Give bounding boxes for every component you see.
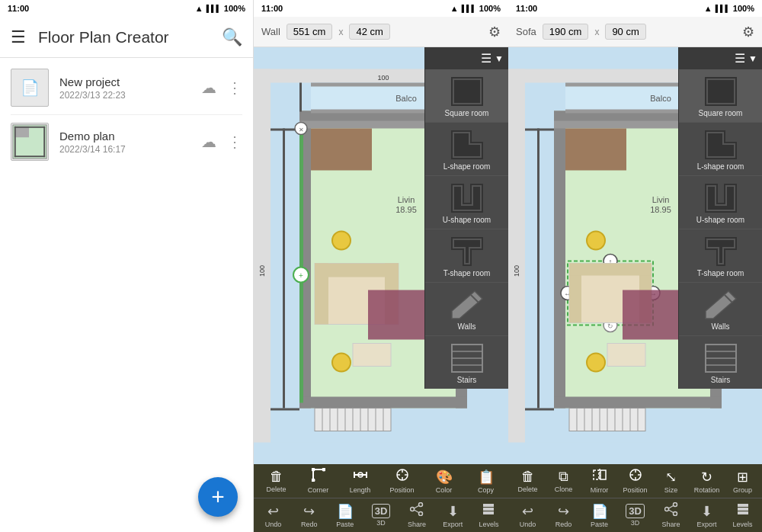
right-shape-walls[interactable]: Walls — [679, 283, 762, 336]
right-shape-square[interactable]: Square room — [679, 69, 762, 123]
right-btn-export[interactable]: ⬇ Export — [694, 503, 720, 528]
mid-toolbar-row1: 🗑 Delete Corner Length — [254, 464, 508, 498]
shape-walls[interactable]: Walls — [425, 283, 508, 336]
right-btn-size[interactable]: ⤡ Size — [658, 469, 684, 494]
shape-stairs-label: Stairs — [457, 376, 477, 384]
right-btn-3d[interactable]: 3D 3D — [623, 504, 648, 527]
svg-point-69 — [411, 508, 415, 511]
right-btn-share[interactable]: Share — [658, 502, 684, 528]
mid-btn-color[interactable]: 🎨 Color — [430, 469, 459, 494]
fab-icon: + — [211, 484, 225, 510]
right-btn-redo[interactable]: ↪ Redo — [551, 503, 577, 528]
svg-point-68 — [419, 503, 423, 507]
mid-btn-paste[interactable]: 📄 Paste — [331, 503, 360, 528]
shape-square-label: Square room — [445, 109, 489, 117]
mid-btn-position[interactable]: Position — [388, 468, 417, 494]
svg-text:Balco: Balco — [650, 94, 671, 103]
right-toolbar-row1: 🗑 Delete ⧉ Clone Mirror — [508, 464, 762, 498]
mid-btn-length[interactable]: Length — [346, 468, 375, 494]
mid-btn-copy[interactable]: 📋 Copy — [472, 469, 501, 494]
right-btn-delete[interactable]: 🗑 Delete — [515, 469, 541, 493]
living-area: 18.95 — [395, 205, 417, 214]
svg-line-141 — [668, 510, 673, 513]
shape-u-room[interactable]: U-shape room — [425, 176, 508, 229]
mid-btn-corner[interactable]: Corner — [304, 468, 333, 494]
status-bar-left: 11:00 ▲ ▌▌▌ 100% — [0, 0, 253, 17]
balcony-label: Balco — [395, 94, 417, 103]
svg-point-20 — [332, 232, 351, 250]
hamburger-icon[interactable]: ☰ — [11, 27, 26, 47]
svg-rect-6 — [14, 155, 45, 157]
chevron-icon[interactable]: ▼ — [495, 53, 504, 64]
project-menu-1[interactable]: ⋮ — [227, 133, 242, 151]
svg-rect-32 — [299, 83, 302, 112]
project-cloud-1[interactable]: ☁ — [201, 133, 216, 151]
right-btn-mirror[interactable]: Mirror — [587, 468, 613, 494]
svg-text:+: + — [299, 271, 303, 280]
svg-text:18.95: 18.95 — [650, 205, 671, 214]
shape-t-label: T-shape room — [443, 269, 491, 277]
shape-l-room[interactable]: L-shape room — [425, 123, 508, 176]
project-item-0[interactable]: 📄 New project 2022/3/13 22:23 ☁ ⋮ — [0, 61, 253, 114]
shape-square-room[interactable]: Square room — [425, 69, 508, 123]
search-icon[interactable]: 🔍 — [222, 27, 242, 47]
svg-rect-108 — [607, 344, 645, 367]
svg-rect-2 — [14, 142, 45, 156]
square-room-icon — [448, 74, 486, 109]
project-item-1[interactable]: Demo plan 2022/3/14 16:17 ☁ ⋮ — [0, 115, 253, 168]
right-sliders-icon[interactable]: ⚙ — [742, 24, 754, 40]
project-cloud-0[interactable]: ☁ — [201, 79, 216, 97]
right-shape-l[interactable]: L-shape room — [679, 123, 762, 176]
u-room-icon — [448, 181, 486, 216]
time-right: 11:00 — [516, 4, 537, 13]
mid-btn-redo[interactable]: ↪ Redo — [295, 503, 324, 528]
mid-floor-canvas: Balco Livin 18.95 — [254, 47, 508, 464]
mid-dim-x: x — [338, 27, 343, 37]
left-toolbar: ☰ Floor Plan Creator 🔍 — [0, 17, 253, 58]
mid-btn-share[interactable]: Share — [402, 502, 431, 528]
project-list: 📄 New project 2022/3/13 22:23 ☁ ⋮ — [0, 58, 253, 532]
svg-rect-83 — [554, 397, 722, 409]
mid-btn-3d[interactable]: 3D 3D — [367, 504, 395, 527]
wifi-icon: ▲ — [195, 4, 203, 13]
svg-rect-73 — [483, 504, 494, 507]
mid-dim-width[interactable]: 551 cm — [287, 24, 333, 40]
right-btn-group[interactable]: ⊞ Group — [730, 469, 756, 494]
project-name-0: New project — [59, 75, 190, 88]
project-menu-0[interactable]: ⋮ — [227, 79, 242, 97]
svg-rect-3 — [14, 127, 16, 157]
right-btn-clone[interactable]: ⧉ Clone — [551, 469, 577, 493]
svg-rect-106 — [569, 264, 652, 276]
wifi-icon-right: ▲ — [704, 4, 712, 13]
right-btn-levels[interactable]: Levels — [730, 502, 756, 528]
svg-text:100: 100 — [258, 265, 266, 277]
right-btn-undo[interactable]: ↩ Undo — [515, 503, 541, 528]
right-btn-position[interactable]: Position — [623, 468, 648, 494]
right-menu-icon[interactable]: ☰ — [735, 51, 745, 66]
walls-icon — [448, 287, 486, 322]
mid-sliders-icon[interactable]: ⚙ — [488, 24, 501, 40]
right-btn-paste[interactable]: 📄 Paste — [587, 503, 613, 528]
fab-button[interactable]: + — [198, 477, 238, 517]
right-shape-u[interactable]: U-shape room — [679, 176, 762, 229]
right-dim-label: Sofa — [516, 26, 536, 37]
project-date-0: 2022/3/13 22:23 — [59, 90, 190, 101]
right-btn-rotation[interactable]: ↻ Rotation — [694, 469, 720, 494]
mid-dim-height[interactable]: 42 cm — [349, 24, 389, 40]
right-dim-width[interactable]: 190 cm — [543, 24, 589, 40]
right-dim-height[interactable]: 90 cm — [605, 24, 645, 40]
status-bar-right: 11:00 ▲ ▌▌▌ 100% — [508, 0, 762, 17]
shape-stairs[interactable]: Stairs — [425, 336, 508, 389]
right-shape-stairs[interactable]: Stairs — [679, 336, 762, 389]
menu-icon[interactable]: ☰ — [481, 51, 491, 66]
svg-text:Livin: Livin — [652, 195, 670, 204]
svg-rect-130 — [600, 470, 606, 479]
right-chevron-icon[interactable]: ▼ — [748, 53, 757, 64]
right-shape-t[interactable]: T-shape room — [679, 229, 762, 283]
mid-btn-delete[interactable]: 🗑 Delete — [262, 469, 291, 493]
right-floor-canvas: Balco Livin 18.95 ↕ — [508, 47, 762, 464]
mid-btn-export[interactable]: ⬇ Export — [438, 503, 467, 528]
mid-btn-undo[interactable]: ↩ Undo — [259, 503, 288, 528]
mid-btn-levels[interactable]: Levels — [474, 502, 503, 528]
shape-t-room[interactable]: T-shape room — [425, 229, 508, 283]
